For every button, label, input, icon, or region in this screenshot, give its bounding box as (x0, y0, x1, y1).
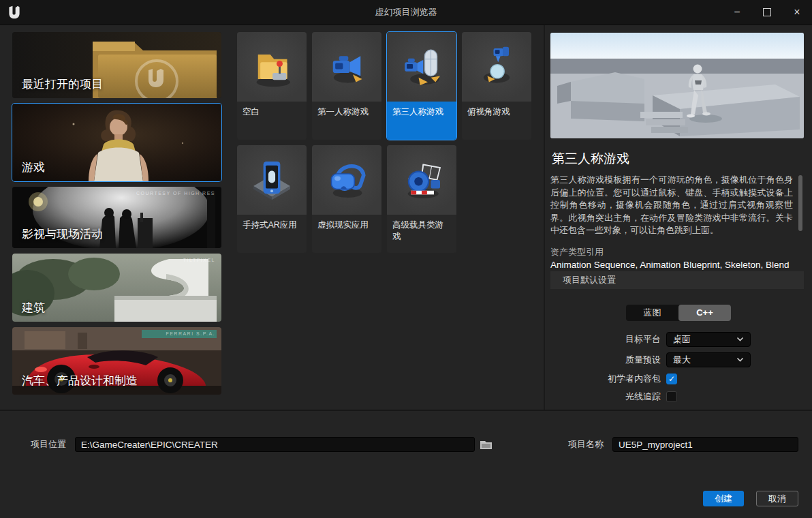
close-icon: × (794, 6, 800, 18)
window-title: 虚幻项目浏览器 (0, 6, 812, 18)
sidebar-item-label: 建筑 (22, 300, 45, 316)
detail-title: 第三人称游戏 (552, 150, 804, 168)
sidebar-item-label: 游戏 (22, 159, 45, 175)
template-handheld-ar[interactable]: 手持式AR应用 (237, 145, 307, 253)
sidebar-item-label: 汽车、产品设计和制造 (22, 373, 138, 388)
quality-preset-value: 最大 (673, 354, 691, 366)
window-controls: − × (722, 0, 812, 25)
template-grid: 空白 第一人称游戏 (229, 25, 544, 410)
project-location-label: 项目位置 (31, 438, 66, 451)
maximize-icon (763, 8, 771, 16)
category-sidebar: 最近打开的项目 (0, 25, 229, 410)
browse-folder-button[interactable] (480, 440, 493, 450)
project-name-input[interactable] (612, 437, 798, 452)
template-description: 第三人称游戏模板拥有一个可游玩的角色，摄像机位于角色身后偏上的位置。您可以通过鼠… (550, 174, 793, 237)
project-location-input[interactable] (75, 437, 475, 452)
template-label: 虚拟现实应用 (312, 215, 381, 253)
template-label: 第一人称游戏 (312, 102, 381, 140)
project-browser-window: 虚幻项目浏览器 − × (0, 0, 812, 518)
architecture-watermark: TILTPIXEL (183, 258, 215, 262)
target-platform-dropdown[interactable]: 桌面 (666, 332, 751, 347)
sidebar-item-recent-projects[interactable]: 最近打开的项目 (12, 32, 221, 98)
cancel-button[interactable]: 取消 (756, 491, 798, 506)
checkmark-icon: ✓ (668, 374, 675, 384)
sidebar-item-games[interactable]: 游戏 (12, 104, 221, 181)
template-virtual-reality[interactable]: 虚拟现实应用 (312, 145, 381, 253)
template-top-down[interactable]: 俯视角游戏 (462, 32, 531, 140)
first-person-icon (322, 42, 371, 91)
starter-content-checkbox[interactable]: ✓ (666, 374, 677, 384)
template-third-person[interactable]: 第三人称游戏 (387, 32, 456, 140)
detail-panel: 第三人称游戏 第三人称游戏模板拥有一个可游玩的角色，摄像机位于角色身后偏上的位置… (544, 25, 812, 410)
advanced-vehicle-icon (397, 155, 446, 204)
template-label: 第三人称游戏 (387, 102, 456, 140)
quality-preset-dropdown[interactable]: 最大 (666, 352, 751, 367)
sidebar-item-film[interactable]: COURTESY OF HIGH RES 影视与现场活动 (12, 187, 221, 248)
virtual-reality-icon (322, 155, 371, 204)
template-label: 俯视角游戏 (462, 102, 531, 140)
target-platform-label: 目标平台 (550, 333, 661, 346)
chevron-down-icon (736, 357, 744, 362)
asset-refs-label: 资产类型引用 (550, 246, 804, 258)
template-label: 手持式AR应用 (237, 215, 307, 253)
raytracing-label: 光线追踪 (550, 391, 661, 403)
quality-preset-label: 质量预设 (550, 354, 661, 366)
raytracing-checkbox[interactable] (666, 391, 677, 402)
sidebar-item-architecture[interactable]: TILTPIXEL 建筑 (12, 254, 221, 322)
chevron-down-icon (736, 337, 744, 341)
folder-icon (480, 440, 493, 450)
template-first-person[interactable]: 第一人称游戏 (312, 32, 381, 140)
sidebar-item-label: 影视与现场活动 (22, 226, 103, 242)
template-label: 空白 (237, 102, 307, 140)
asset-refs-list: Animation Sequence, Animation Blueprint,… (550, 260, 804, 271)
minimize-icon: − (734, 6, 740, 18)
film-watermark: COURTESY OF HIGH RES (136, 191, 215, 196)
main-area: 最近打开的项目 (0, 25, 812, 411)
description-scrollbar[interactable] (798, 175, 802, 231)
handheld-ar-icon (247, 155, 296, 204)
blueprint-option[interactable]: 蓝图 (626, 305, 678, 321)
template-label: 高级载具类游戏 (387, 215, 456, 253)
footer-bar: 项目位置 项目名称 创建 取消 (0, 411, 812, 518)
implementation-toggle: 蓝图 C++ (626, 305, 731, 321)
project-defaults-header: 项目默认设置 (550, 271, 804, 289)
blank-project-icon (247, 42, 296, 91)
top-down-icon (472, 42, 521, 91)
title-bar: 虚幻项目浏览器 − × (0, 0, 812, 25)
automotive-watermark: FERRARI S.P.A. (166, 331, 215, 336)
sidebar-item-automotive[interactable]: FERRARI S.P.A. 汽车、产品设计和制造 (12, 327, 221, 395)
starter-content-label: 初学者内容包 (550, 373, 661, 385)
maximize-button[interactable] (752, 0, 782, 25)
close-button[interactable]: × (782, 0, 812, 25)
cpp-option[interactable]: C++ (678, 305, 731, 321)
template-preview-image (550, 33, 804, 138)
template-blank[interactable]: 空白 (237, 32, 307, 140)
template-advanced-vehicle[interactable]: 高级载具类游戏 (387, 145, 456, 253)
project-name-label: 项目名称 (568, 438, 604, 451)
third-person-icon (397, 42, 446, 91)
minimize-button[interactable]: − (722, 0, 752, 25)
create-button[interactable]: 创建 (703, 491, 744, 506)
unreal-logo-icon (7, 4, 22, 20)
sidebar-item-label: 最近打开的项目 (22, 76, 103, 92)
target-platform-value: 桌面 (673, 333, 691, 346)
